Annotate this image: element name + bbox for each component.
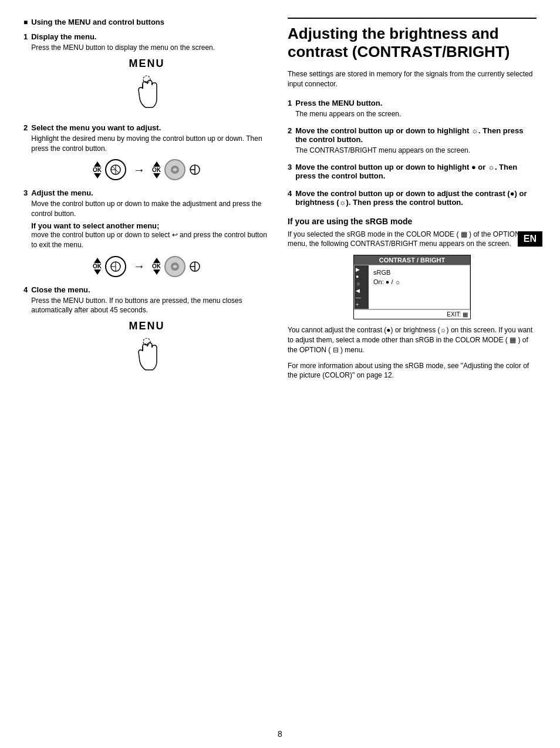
step-3-num: 3 [23, 188, 28, 197]
right-step-1: 1 Press the MENU button. The menu appear… [288, 99, 537, 119]
menu-row-srgb: sRGB [373, 268, 465, 277]
hand-icon-4 [23, 335, 270, 378]
circle-btn-2 [164, 159, 185, 180]
step-3-text: Move the control button up or down to ma… [31, 199, 270, 219]
step-1-block: 1 Display the menu. Press the MENU butto… [23, 32, 270, 115]
right-step-3-title: Move the control button up or down to hi… [295, 163, 537, 180]
page-number: 8 [0, 720, 560, 748]
menu-exit: EXIT: ▦ [354, 309, 470, 319]
control-diagram-3: OK → OK [23, 256, 270, 277]
arrow-down-icon-3 [94, 269, 101, 275]
step-3-block: 3 Adjust the menu. Move the control butt… [23, 188, 270, 277]
sidebar-item-4: ◀ [356, 288, 367, 294]
step-2-block: 2 Select the menu you want to adjust. Hi… [23, 123, 270, 181]
arrow-up-icon-2 [153, 161, 160, 167]
right-step-4-num: 4 [288, 189, 292, 207]
right-step-1-text: The menu appears on the screen. [295, 109, 401, 119]
right-column: Adjusting the brightness and contrast (C… [288, 18, 537, 702]
arrow-up-icon [94, 161, 101, 167]
step-1-num: 1 [23, 32, 28, 41]
right-title: Adjusting the brightness and contrast (C… [288, 25, 537, 61]
right-step-3: 3 Move the control button up or down to … [288, 163, 537, 182]
arrow-down-icon-2 [153, 173, 160, 178]
arrow-up-icon-4 [153, 258, 160, 263]
arrow-down-icon [94, 173, 101, 178]
srgb-text1: If you selected the sRGB mode in the COL… [288, 230, 537, 250]
sidebar-item-6: + [356, 302, 367, 308]
right-step-2-title: Move the control button up or down to hi… [295, 126, 537, 144]
right-step-4: 4 Move the control button up or down to … [288, 189, 537, 208]
menu-row-on: On: ● / ☼ [373, 277, 465, 287]
menu-screen-content: sRGB On: ● / ☼ [369, 265, 470, 309]
step-2-text: Highlight the desired menu by moving the… [31, 134, 270, 154]
right-step-4-title: Move the control button up or down to ad… [295, 189, 537, 207]
sidebar-item-1: ▶ [356, 267, 367, 272]
menu-screen: CONTRAST / BRIGHT ▶ ● ☼ ◀ — + sRGB On: ●… [353, 255, 471, 319]
step-4-num: 4 [23, 285, 28, 294]
menu-screen-sidebar: ▶ ● ☼ ◀ — + [355, 265, 369, 309]
step-1-text: Press the MENU button to display the men… [31, 43, 215, 53]
srgb-text2: You cannot adjust the contrast (●) or br… [288, 325, 537, 355]
en-badge: EN [518, 231, 542, 247]
step-2-num: 2 [23, 123, 28, 132]
arrow-up-icon-3 [94, 258, 101, 263]
srgb-title: If you are using the sRGB mode [288, 217, 537, 226]
step-4-title: Close the menu. [31, 285, 270, 294]
circle-btn-3 [105, 256, 126, 277]
step-4-text: Press the MENU button. If no buttons are… [31, 296, 270, 316]
page: Using the MENU and control buttons 1 Dis… [0, 0, 560, 748]
if-text: move the control button up or down to se… [31, 230, 270, 250]
right-step-1-num: 1 [288, 99, 292, 118]
srgb-text3: For more information about using the sRG… [288, 361, 537, 381]
right-step-2-text: The CONTRAST/BRIGHT menu appears on the … [295, 146, 537, 156]
arrow-right-icon: → [133, 163, 145, 177]
right-step-3-num: 3 [288, 163, 292, 181]
step-4-block: 4 Close the menu. Press the MENU button.… [23, 285, 270, 378]
menu-label-4: MENU [23, 320, 270, 332]
circle-btn-4 [164, 256, 185, 277]
right-intro: These settings are stored in memory for … [288, 69, 537, 89]
menu-label-1: MENU [23, 58, 270, 70]
if-title: If you want to select another menu; [31, 221, 159, 230]
step-3-title: Adjust the menu. [31, 188, 270, 197]
left-column: Using the MENU and control buttons 1 Dis… [23, 18, 270, 702]
section-title: Using the MENU and control buttons [23, 18, 270, 26]
circle-btn-1 [105, 159, 126, 180]
arrow-right-icon-2: → [133, 260, 145, 273]
sidebar-item-5: — [356, 295, 367, 301]
right-step-2-num: 2 [288, 126, 292, 154]
right-step-1-title: Press the MENU button. [295, 99, 401, 107]
step-1-title: Display the menu. [31, 32, 215, 41]
hand-icon-1 [23, 72, 270, 115]
menu-screen-title: CONTRAST / BRIGHT [354, 255, 470, 265]
step-2-title: Select the menu you want to adjust. [31, 123, 270, 132]
right-step-2: 2 Move the control button up or down to … [288, 126, 537, 156]
control-diagram-2: OK → [23, 159, 270, 180]
arrow-down-icon-4 [153, 269, 160, 275]
sidebar-item-3: ☼ [356, 281, 367, 287]
sidebar-item-2: ● [356, 274, 367, 279]
